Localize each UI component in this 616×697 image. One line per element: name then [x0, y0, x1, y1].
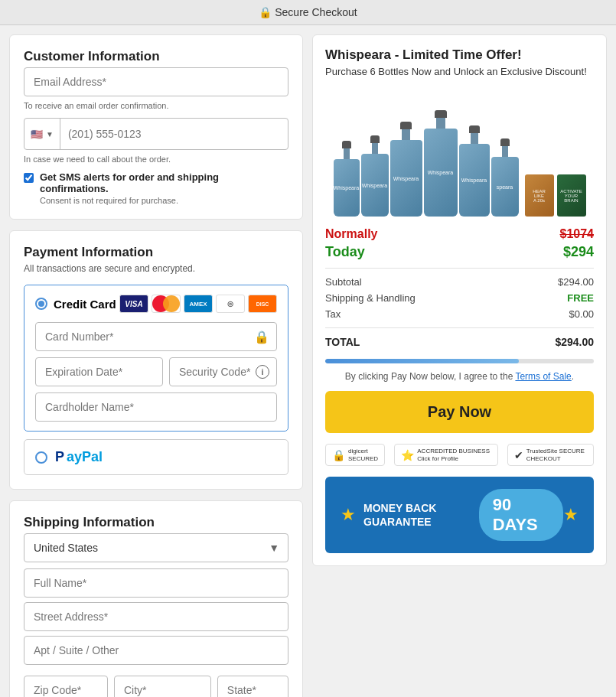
shipping-label: Shipping & Handling	[325, 292, 416, 304]
bottle-4: Whispeara	[424, 110, 458, 217]
customer-section: Customer Information To receive an email…	[9, 34, 303, 220]
offer-title: Whispeara - Limited Time Offer!	[325, 47, 594, 63]
zip-city-state-row	[24, 676, 288, 697]
product-image-area: Whispeara Whispeara Whispeara	[325, 86, 594, 217]
digicert-badge: 🔒 digicert SECURED	[325, 444, 385, 466]
money-back-banner: ★ MONEY BACK GUARANTEE 90 DAYS ★	[325, 477, 594, 553]
cc-fields: 🔒 i	[35, 322, 277, 422]
money-back-left: ★ MONEY BACK GUARANTEE	[341, 501, 479, 529]
payment-options: Credit Card VISA AMEX ◎	[24, 285, 288, 475]
today-row: Today $294	[325, 244, 594, 260]
diners-icon: ◎	[216, 295, 245, 313]
card-icons: VISA AMEX ◎ DISC	[119, 295, 277, 313]
bottles-visual: Whispeara Whispeara Whispeara	[325, 86, 594, 217]
mastercard-icon	[152, 295, 181, 313]
progress-bar-fill	[325, 359, 519, 363]
normally-price: $1074	[560, 227, 595, 241]
phone-row: 🇺🇸 ▼	[24, 118, 288, 150]
bbb-text: ACCREDITED BUSINESS Click for Profile	[417, 448, 491, 462]
cardholder-name-input[interactable]	[35, 392, 277, 422]
bbb-icon: ⭐	[401, 449, 414, 461]
visa-icon: VISA	[119, 295, 148, 313]
bonus-book: HEARLIKEA 20s	[525, 174, 554, 217]
security-info-icon[interactable]: i	[256, 365, 269, 379]
bottle-1: Whispeara	[334, 141, 360, 217]
payment-subtitle: All transactions are secure and encrypte…	[24, 263, 288, 274]
money-back-text: MONEY BACK GUARANTEE	[363, 501, 479, 529]
security-row: i	[169, 357, 277, 386]
star-right-icon: ★	[563, 505, 579, 525]
total-row: TOTAL $294.00	[325, 336, 594, 348]
shipping-section: Shipping Information United States ▼	[9, 500, 303, 697]
bbb-badge: ⭐ ACCREDITED BUSINESS Click for Profile	[394, 444, 497, 466]
subtotal-value: $294.00	[558, 276, 594, 288]
sms-consent: Consent is not required for purchase.	[40, 196, 288, 205]
total-label: TOTAL	[325, 336, 360, 348]
street-address-input[interactable]	[24, 602, 288, 631]
shipping-title: Shipping Information	[24, 515, 288, 530]
customer-title: Customer Information	[24, 49, 288, 64]
today-label: Today	[325, 244, 365, 260]
right-panel: Whispeara - Limited Time Offer! Purchase…	[312, 34, 607, 697]
progress-bar-container	[325, 359, 594, 363]
offer-subtitle: Purchase 6 Bottles Now and Unlock an Exc…	[325, 66, 594, 77]
terms-text: By clicking Pay Now below, I agree to th…	[325, 371, 594, 382]
trustedsite-badge: ✔ TrustedSite SECURE CHECKOUT	[507, 444, 594, 466]
trustedsite-text: TrustedSite SECURE CHECKOUT	[526, 448, 587, 462]
credit-card-option[interactable]: Credit Card VISA AMEX ◎	[24, 285, 288, 432]
apt-input[interactable]	[24, 636, 288, 665]
normally-label: Normally	[325, 227, 377, 241]
pay-now-button[interactable]: Pay Now	[325, 391, 594, 433]
cc-label: Credit Card	[35, 298, 116, 311]
payment-title: Payment Information	[24, 245, 288, 260]
total-value: $294.00	[555, 336, 594, 348]
phone-flag[interactable]: 🇺🇸 ▼	[24, 119, 60, 149]
expiry-security-row: i	[35, 357, 277, 386]
tax-row: Tax $0.00	[325, 308, 594, 320]
digicert-icon: 🔒	[332, 449, 345, 461]
amex-icon: AMEX	[184, 295, 213, 313]
trustedsite-icon: ✔	[514, 449, 523, 461]
email-hint: To receive an email order confirmation.	[24, 101, 288, 110]
card-number-input[interactable]	[35, 322, 277, 351]
paypal-option[interactable]: PayPal	[24, 439, 288, 475]
today-price: $294	[563, 244, 594, 260]
city-input[interactable]	[114, 676, 211, 697]
zip-input[interactable]	[24, 676, 108, 697]
pricing-rows: Normally $1074 Today $294 Subtotal $294.…	[325, 227, 594, 348]
bottle-2: Whispeara	[361, 135, 389, 217]
sms-row: Get SMS alerts for order and shipping co…	[24, 171, 288, 205]
paypal-logo: PayPal	[55, 449, 103, 465]
bottle-5: Whispeara	[459, 125, 490, 217]
country-select[interactable]: United States	[24, 533, 288, 562]
payment-section: Payment Information All transactions are…	[9, 230, 303, 490]
sms-checkbox[interactable]	[24, 173, 34, 183]
subtotal-label: Subtotal	[325, 276, 362, 288]
discover-icon: DISC	[248, 295, 277, 313]
shipping-row: Shipping & Handling FREE	[325, 292, 594, 304]
card-lock-icon: 🔒	[254, 330, 269, 344]
paypal-radio[interactable]	[35, 451, 47, 464]
tax-label: Tax	[325, 308, 341, 320]
email-field[interactable]	[24, 67, 288, 96]
normally-row: Normally $1074	[325, 227, 594, 241]
star-left-icon: ★	[341, 505, 356, 525]
country-select-wrap: United States ▼	[24, 533, 288, 562]
bonus-items: HEARLIKEA 20s ACTIVATEYOURBRAIN	[525, 174, 586, 217]
terms-of-sale-link[interactable]: Terms of Sale	[515, 371, 571, 382]
card-number-row: 🔒	[35, 322, 277, 351]
left-panel: Customer Information To receive an email…	[9, 34, 303, 697]
trust-badges: 🔒 digicert SECURED ⭐ ACCREDITED BUSINESS…	[325, 444, 594, 466]
state-input[interactable]	[217, 676, 288, 697]
phone-input[interactable]	[60, 120, 288, 148]
header-title: Secure Checkout	[275, 6, 357, 18]
credit-card-radio[interactable]	[35, 298, 47, 310]
bonus-app: ACTIVATEYOURBRAIN	[557, 174, 586, 217]
offer-card: Whispeara - Limited Time Offer! Purchase…	[312, 34, 607, 566]
fullname-input[interactable]	[24, 568, 288, 598]
subtotal-row: Subtotal $294.00	[325, 276, 594, 288]
tax-value: $0.00	[569, 308, 594, 320]
expiry-input[interactable]	[35, 357, 163, 386]
phone-hint: In case we need to call about the order.	[24, 155, 288, 164]
cc-header: Credit Card VISA AMEX ◎	[35, 295, 277, 313]
